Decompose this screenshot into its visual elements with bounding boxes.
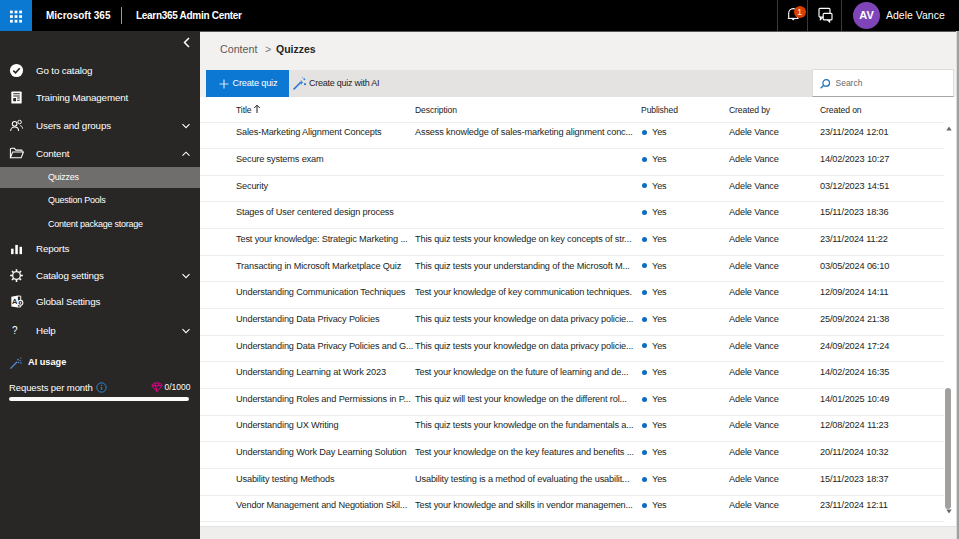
svg-text:A: A (12, 297, 18, 306)
